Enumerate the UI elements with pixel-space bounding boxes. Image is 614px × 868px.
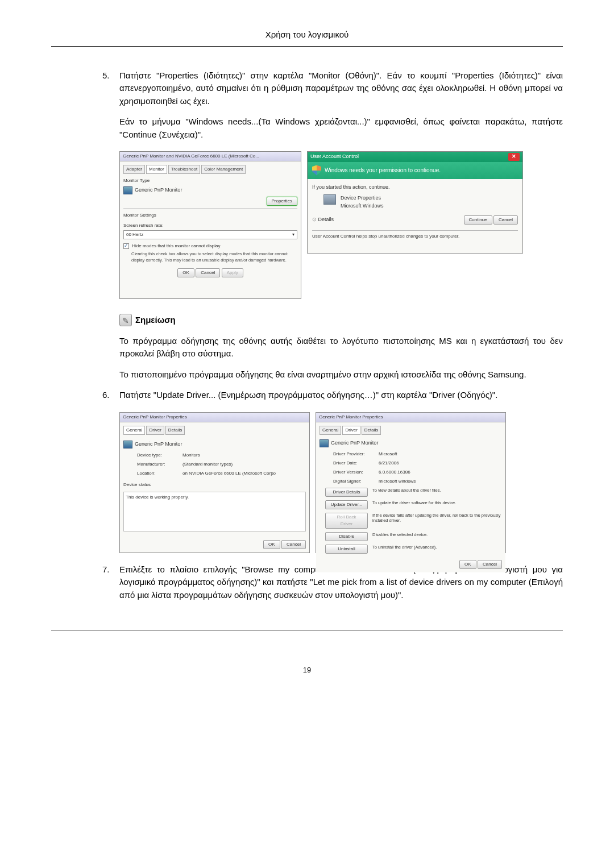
cancel-button[interactable]: Cancel: [281, 540, 306, 549]
rollback-button[interactable]: Roll Back Driver: [325, 513, 368, 529]
manufacturer-label: Manufacturer:: [137, 461, 182, 468]
monitor-type-label: Monitor Type: [123, 177, 297, 184]
monitor-icon: [123, 441, 132, 448]
location-value: on NVIDIA GeForce 6600 LE (Microsoft Cor…: [182, 470, 276, 477]
provider-value: Microsoft: [379, 451, 397, 458]
ms-windows-label: Microsoft Windows: [341, 202, 384, 210]
tab-details[interactable]: Details: [165, 426, 185, 435]
tab-driver[interactable]: Driver: [342, 426, 360, 435]
note-p1: Το πρόγραμμα οδήγησης της οθόνης αυτής δ…: [102, 335, 563, 360]
tab-adapter[interactable]: Adapter: [123, 165, 145, 174]
hide-modes-label: Hide modes that this monitor cannot disp…: [132, 243, 220, 248]
chevron-down-icon[interactable]: ⊙: [312, 217, 317, 222]
screenshot-monitor-props: Generic PnP Monitor and NVIDIA GeForce 6…: [119, 151, 301, 299]
disable-button[interactable]: Disable: [325, 532, 368, 541]
tab-general[interactable]: General: [320, 426, 341, 435]
tab-troubleshoot[interactable]: Troubleshoot: [168, 165, 200, 174]
screenshots-row-2: Generic PnP Monitor Properties General D…: [102, 412, 563, 553]
disable-desc: Disables the selected device.: [372, 532, 428, 537]
item5-p2: Εάν το μήνυμα "Windows needs...(Τα Windo…: [119, 115, 563, 141]
cancel-button[interactable]: Cancel: [196, 268, 220, 277]
device-status-box: This device is working properly.: [123, 492, 306, 531]
tab-driver[interactable]: Driver: [146, 426, 164, 435]
window-titlebar: Generic PnP Monitor and NVIDIA GeForce 6…: [120, 152, 301, 161]
refresh-dropdown[interactable]: 60 Hertz ▾: [123, 230, 297, 239]
screenshots-row-1: Generic PnP Monitor and NVIDIA GeForce 6…: [102, 151, 563, 299]
note-icon: [119, 314, 132, 326]
chevron-down-icon: ▾: [292, 231, 294, 238]
uac-footer: User Account Control helps stop unauthor…: [312, 230, 518, 240]
tab-general[interactable]: General: [123, 426, 145, 435]
apply-button[interactable]: Apply: [222, 268, 243, 277]
window-titlebar: Generic PnP Monitor Properties: [120, 413, 309, 422]
refresh-value: 60 Hertz: [126, 231, 143, 238]
uac-if-started: If you started this action, continue.: [312, 184, 518, 192]
tab-strip: General Driver Details: [320, 426, 502, 435]
monitor-settings-label: Monitor Settings: [123, 212, 297, 219]
uac-body: If you started this action, continue. De…: [308, 179, 522, 254]
device-icon: [323, 194, 336, 205]
cancel-button[interactable]: Cancel: [493, 215, 518, 225]
ok-button[interactable]: OK: [263, 540, 280, 549]
uninstall-button[interactable]: Uninstall: [325, 545, 368, 554]
version-label: Driver Version:: [333, 469, 379, 476]
monitor-icon: [123, 186, 132, 194]
screenshot-props-driver: Generic PnP Monitor Properties General D…: [316, 412, 506, 553]
tab-details[interactable]: Details: [362, 426, 381, 435]
device-properties-label: Device Properties: [341, 194, 384, 202]
tab-strip: Adapter Monitor Troubleshoot Color Manag…: [123, 165, 297, 174]
date-label: Driver Date:: [333, 460, 379, 467]
hide-modes-desc: Clearing this check box allows you to se…: [131, 251, 297, 264]
uac-banner-text: Windows needs your permission to contion…: [325, 166, 441, 175]
uac-title-text: User Account Control: [310, 153, 359, 161]
device-type-value: Monitors: [182, 452, 200, 459]
update-driver-desc: To update the driver software for this d…: [372, 500, 456, 505]
list-item-5: 5. Πατήστε "Properties (Ιδιότητες)" στην…: [102, 69, 563, 142]
monitor-name: Generic PnP Monitor: [135, 441, 182, 448]
item-number: 6.: [102, 389, 119, 402]
rollback-desc: If the device fails after updating the d…: [372, 513, 502, 523]
note-title: Σημείωση: [135, 314, 176, 327]
note-header: Σημείωση: [119, 314, 563, 327]
driver-details-button[interactable]: Driver Details: [325, 488, 368, 497]
close-icon[interactable]: ✕: [508, 153, 520, 161]
screenshot-uac: User Account Control ✕ Windows needs you…: [307, 151, 523, 254]
page-number: 19: [51, 665, 563, 676]
content-area: 5. Πατήστε "Properties (Ιδιότητες)" στην…: [51, 69, 563, 602]
hide-modes-checkbox[interactable]: [123, 243, 129, 249]
signer-value: microsoft windows: [379, 478, 416, 485]
uninstall-desc: To uninstall the driver (Advanced).: [372, 545, 437, 550]
ok-button[interactable]: OK: [459, 560, 476, 569]
tab-monitor[interactable]: Monitor: [146, 165, 167, 174]
window-body: General Driver Details Generic PnP Monit…: [120, 422, 309, 553]
monitor-name: Generic PnP Monitor: [135, 186, 182, 194]
version-value: 6.0.6000.16386: [379, 469, 410, 476]
continue-button[interactable]: Continue: [464, 215, 492, 225]
header-rule: [51, 46, 563, 47]
device-type-label: Device type:: [137, 452, 182, 459]
date-value: 6/21/2006: [379, 460, 399, 467]
footer-rule: [51, 630, 563, 630]
window-titlebar: Generic PnP Monitor Properties: [316, 413, 505, 422]
item-number: 7.: [102, 563, 119, 602]
page-header: Χρήση του λογισμικού: [51, 28, 563, 41]
device-status-label: Device status: [123, 481, 306, 488]
window-body: General Driver Details Generic PnP Monit…: [316, 422, 505, 572]
tab-color[interactable]: Color Management: [201, 165, 246, 174]
list-item-6: 6. Πατήστε "Update Driver... (Ενημέρωση …: [102, 389, 563, 402]
note-p2: Το πιστοποιημένο πρόγραμμα οδήγησης θα ε…: [102, 368, 563, 381]
signer-label: Digital Signer:: [333, 478, 379, 485]
ok-button[interactable]: OK: [177, 268, 194, 277]
properties-button[interactable]: Properties: [267, 197, 297, 206]
item-text: Πατήστε "Update Driver... (Ενημέρωση προ…: [119, 389, 563, 402]
item-number: 5.: [102, 69, 119, 142]
uac-titlebar: User Account Control ✕: [308, 152, 522, 162]
cancel-button[interactable]: Cancel: [478, 560, 502, 569]
location-label: Location:: [137, 470, 182, 477]
update-driver-button[interactable]: Update Driver...: [325, 500, 368, 509]
shield-icon: [312, 165, 321, 176]
manufacturer-value: (Standard monitor types): [182, 461, 233, 468]
driver-details-desc: To view details about the driver files.: [372, 488, 441, 493]
provider-label: Driver Provider:: [333, 451, 379, 458]
details-label[interactable]: Details: [318, 217, 334, 222]
